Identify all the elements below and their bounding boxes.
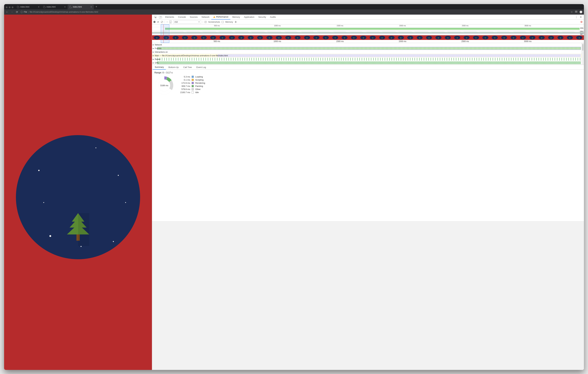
filmstrip-thumb[interactable] (246, 35, 255, 40)
flame-scrollbar[interactable] (582, 43, 584, 65)
close-tab-icon[interactable]: × (38, 6, 39, 8)
summary-tab-call-tree[interactable]: Call Tree (181, 65, 194, 70)
reload-button[interactable]: ⟳ (16, 11, 18, 14)
filmstrip-thumb[interactable] (349, 35, 359, 40)
filmstrip-thumb[interactable] (152, 35, 161, 40)
flame-chart[interactable]: ▶ Network▶ Frames▶ Interactions on▶ Main… (152, 43, 582, 65)
devtools-tab-elements[interactable]: Elements (163, 15, 176, 20)
filmstrip-thumb[interactable] (180, 35, 190, 40)
filmstrip-thumb[interactable] (387, 35, 396, 40)
filmstrip-thumb[interactable] (415, 35, 424, 40)
filmstrip-thumb[interactable] (227, 35, 237, 40)
reload-record-button[interactable]: ⟳ (157, 21, 159, 23)
filmstrip-thumb[interactable] (199, 35, 208, 40)
memory-checkbox[interactable] (222, 21, 224, 23)
filmstrip-thumb[interactable] (396, 35, 406, 40)
summary-tab-event-log[interactable]: Event Log (194, 65, 208, 70)
overview-playhead[interactable] (163, 24, 164, 43)
filmstrip-thumb[interactable] (340, 35, 349, 40)
overview-pane[interactable]: 500 ms1000 ms1500 ms2000 ms2500 ms3000 m… (152, 24, 584, 43)
filmstrip-thumb[interactable] (528, 35, 537, 40)
filmstrip-thumb[interactable] (330, 35, 340, 40)
filmstrip-thumb[interactable] (321, 35, 330, 40)
filmstrip-thumb[interactable] (518, 35, 528, 40)
filmstrip-thumb[interactable] (312, 35, 321, 40)
devtools-menu-icon[interactable]: ⋮ (574, 15, 578, 19)
filmstrip-thumb[interactable] (537, 35, 546, 40)
disclosure-triangle-icon[interactable]: ▶ (153, 62, 154, 64)
filmstrip-thumb[interactable] (424, 35, 434, 40)
devtools-tab-console[interactable]: Console (176, 15, 188, 20)
extension-icon[interactable] (575, 11, 577, 13)
filmstrip-thumb[interactable] (274, 35, 284, 40)
new-tab-button[interactable]: + (94, 5, 99, 9)
minimize-window-icon[interactable] (9, 6, 10, 8)
filmstrip-thumb[interactable] (509, 35, 518, 40)
disclosure-triangle-icon[interactable]: ▶ (153, 44, 154, 46)
forward-button[interactable]: → (11, 11, 13, 13)
devtools-tab-sources[interactable]: Sources (188, 15, 200, 20)
filmstrip-thumb[interactable] (546, 35, 556, 40)
profile-avatar-icon[interactable] (580, 11, 582, 13)
filmstrip-thumb[interactable] (368, 35, 377, 40)
clear-button[interactable] (161, 21, 163, 23)
recording-select[interactable]: #10 ▼ (173, 20, 201, 24)
filmstrip-thumb[interactable] (556, 35, 565, 40)
summary-tab-bottom-up[interactable]: Bottom-Up (167, 65, 181, 70)
screenshot-filmstrip[interactable] (152, 35, 584, 40)
disclosure-triangle-icon[interactable]: ▶ (153, 51, 154, 53)
flame-lane[interactable]: ▶ Frames (152, 47, 582, 50)
filmstrip-thumb[interactable] (406, 35, 415, 40)
browser-tab[interactable]: index.html × (15, 4, 41, 9)
filmstrip-thumb[interactable] (284, 35, 293, 40)
flame-lane[interactable]: ▶ Interactions on (152, 50, 582, 54)
filmstrip-thumb[interactable] (218, 35, 227, 40)
filmstrip-thumb[interactable] (452, 35, 462, 40)
flame-lane[interactable]: ▶ Network (152, 43, 582, 47)
disclosure-triangle-icon[interactable]: ▶ (153, 55, 154, 56)
devtools-tab-performance[interactable]: Performance (211, 15, 230, 20)
filmstrip-thumb[interactable] (237, 35, 246, 40)
devtools-tab-network[interactable]: Network (200, 15, 211, 20)
flame-lane[interactable]: ▶ GPU (152, 61, 582, 65)
filmstrip-thumb[interactable] (565, 35, 575, 40)
summary-tab-summary[interactable]: Summary (153, 65, 166, 70)
url-display[interactable]: i File | file:///Users/alyssanicoll/Desk… (21, 11, 568, 13)
filmstrip-thumb[interactable] (377, 35, 387, 40)
filmstrip-thumb[interactable] (490, 35, 499, 40)
site-info-icon[interactable]: i (21, 11, 23, 13)
filmstrip-thumb[interactable] (359, 35, 368, 40)
flame-lane[interactable]: ▶ Raster (152, 57, 582, 61)
devtools-tab-security[interactable]: Security (256, 15, 268, 20)
filmstrip-thumb[interactable] (302, 35, 312, 40)
devtools-tab-memory[interactable]: Memory (230, 15, 242, 20)
devtools-tab-audits[interactable]: Audits (268, 15, 278, 20)
devtools-tab-application[interactable]: Application (242, 15, 256, 20)
filmstrip-thumb[interactable] (208, 35, 218, 40)
disclosure-triangle-icon[interactable]: ▶ (153, 58, 154, 60)
disclosure-triangle-icon[interactable]: ▶ (153, 47, 154, 49)
overview-selection[interactable] (161, 24, 169, 43)
device-toolbar-icon[interactable] (158, 15, 163, 19)
close-window-icon[interactable] (6, 6, 8, 8)
filmstrip-thumb[interactable] (293, 35, 302, 40)
filmstrip-thumb[interactable] (255, 35, 265, 40)
close-tab-icon[interactable]: × (64, 6, 66, 8)
settings-icon[interactable]: ⚙ (580, 20, 583, 23)
close-tab-icon[interactable]: × (91, 6, 92, 8)
screenshots-checkbox[interactable]: ✓ (205, 21, 207, 23)
save-profile-button[interactable]: ↓ (169, 20, 172, 23)
filmstrip-thumb[interactable] (471, 35, 481, 40)
load-profile-button[interactable]: ↑ (167, 21, 168, 23)
filmstrip-thumb[interactable] (481, 35, 490, 40)
browser-tab[interactable]: index.html × (68, 4, 94, 9)
inspect-element-icon[interactable] (153, 15, 158, 19)
browser-tab[interactable]: index.html × (41, 4, 68, 9)
filmstrip-thumb[interactable] (190, 35, 199, 40)
gc-icon[interactable]: 🗑 (235, 21, 237, 23)
filmstrip-thumb[interactable] (434, 35, 443, 40)
devtools-close-icon[interactable]: ✕ (579, 15, 583, 19)
filmstrip-thumb[interactable] (443, 35, 452, 40)
bookmark-icon[interactable]: ☆ (571, 11, 573, 13)
filmstrip-thumb[interactable] (265, 35, 274, 40)
